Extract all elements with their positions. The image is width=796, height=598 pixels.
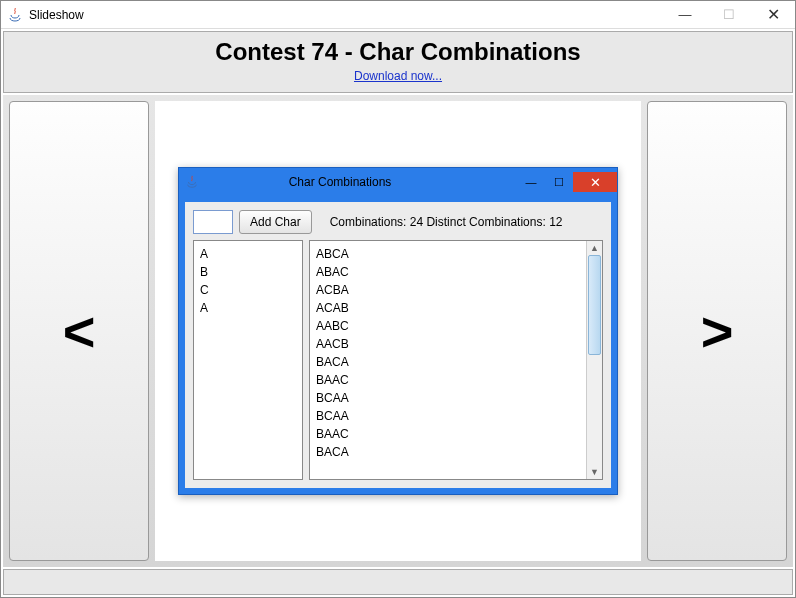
list-item[interactable]: BCAA — [316, 389, 580, 407]
list-item[interactable]: A — [200, 245, 296, 263]
scroll-up-icon[interactable]: ▲ — [590, 243, 599, 253]
inner-close-button[interactable]: ✕ — [573, 172, 617, 192]
body-panel: < Char Combinations — ☐ ✕ — [3, 95, 793, 567]
list-item[interactable]: BAAC — [316, 425, 580, 443]
download-link[interactable]: Download now... — [354, 69, 442, 83]
vertical-scrollbar[interactable]: ▲ ▼ — [586, 241, 602, 479]
slideshow-window: Slideshow — ☐ ✕ Contest 74 - Char Combin… — [0, 0, 796, 598]
footer-panel — [3, 569, 793, 595]
chars-listbox[interactable]: A B C A — [193, 240, 303, 480]
outer-window-title: Slideshow — [29, 8, 663, 22]
list-item[interactable]: B — [200, 263, 296, 281]
combinations-stats: Combinations: 24 Distinct Combinations: … — [330, 215, 563, 229]
char-input[interactable] — [193, 210, 233, 234]
inner-maximize-button[interactable]: ☐ — [545, 172, 573, 192]
slide-area: Char Combinations — ☐ ✕ Add Char Combina… — [155, 101, 641, 561]
inner-window: Char Combinations — ☐ ✕ Add Char Combina… — [178, 167, 618, 495]
minimize-button[interactable]: — — [663, 1, 707, 29]
list-item[interactable]: ACBA — [316, 281, 580, 299]
window-controls: — ☐ ✕ — [663, 1, 795, 29]
list-item[interactable]: ABCA — [316, 245, 580, 263]
list-item[interactable]: BAAC — [316, 371, 580, 389]
inner-window-controls: — ☐ ✕ — [517, 172, 617, 192]
java-icon — [7, 7, 23, 23]
list-item[interactable]: BCAA — [316, 407, 580, 425]
inner-window-title: Char Combinations — [203, 175, 477, 189]
prev-button[interactable]: < — [9, 101, 149, 561]
list-item[interactable]: A — [200, 299, 296, 317]
inner-top-row: Add Char Combinations: 24 Distinct Combi… — [193, 210, 603, 234]
inner-lists: A B C A ABCA ABAC ACBA ACAB AABC — [193, 240, 603, 480]
results-listbox[interactable]: ABCA ABAC ACBA ACAB AABC AACB BACA BAAC … — [309, 240, 603, 480]
scroll-down-icon[interactable]: ▼ — [590, 467, 599, 477]
results-content: ABCA ABAC ACBA ACAB AABC AACB BACA BAAC … — [310, 241, 586, 479]
inner-minimize-button[interactable]: — — [517, 172, 545, 192]
list-item[interactable]: BACA — [316, 353, 580, 371]
list-item[interactable]: BACA — [316, 443, 580, 461]
maximize-button[interactable]: ☐ — [707, 1, 751, 29]
add-char-button[interactable]: Add Char — [239, 210, 312, 234]
list-item[interactable]: AACB — [316, 335, 580, 353]
close-button[interactable]: ✕ — [751, 1, 795, 29]
list-item[interactable]: AABC — [316, 317, 580, 335]
inner-body: Add Char Combinations: 24 Distinct Combi… — [185, 202, 611, 488]
inner-titlebar: Char Combinations — ☐ ✕ — [179, 168, 617, 196]
next-button[interactable]: > — [647, 101, 787, 561]
list-item[interactable]: ACAB — [316, 299, 580, 317]
list-item[interactable]: ABAC — [316, 263, 580, 281]
page-title: Contest 74 - Char Combinations — [4, 38, 792, 66]
outer-titlebar: Slideshow — ☐ ✕ — [1, 1, 795, 29]
list-item[interactable]: C — [200, 281, 296, 299]
scroll-thumb[interactable] — [588, 255, 601, 355]
java-icon — [185, 175, 199, 189]
header-panel: Contest 74 - Char Combinations Download … — [3, 31, 793, 93]
